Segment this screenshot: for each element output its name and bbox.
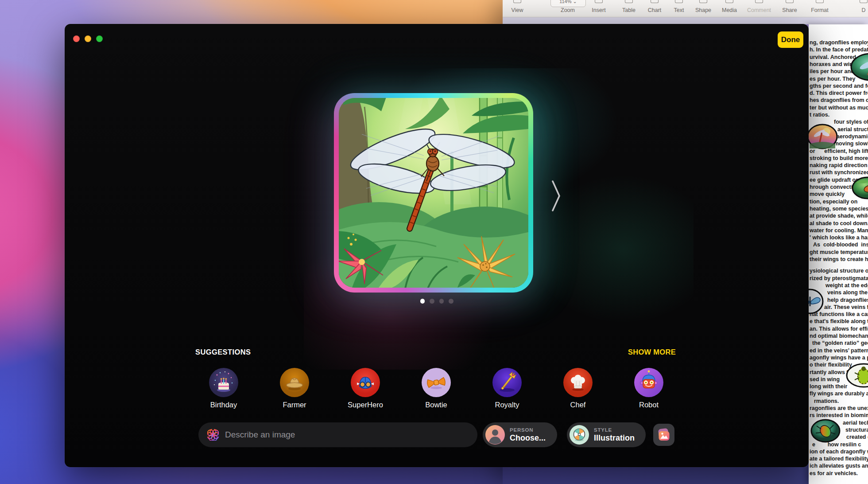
document-text-line: ysiological structure of th (810, 268, 868, 274)
view-icon (513, 0, 521, 3)
suggestion-label: SuperHero (348, 401, 383, 409)
document-text-line: rs interested in biomimeti (810, 412, 868, 418)
chef-hat-icon (563, 368, 593, 397)
fullscreen-button[interactable] (96, 35, 103, 42)
document-text-line: heating, some species als (810, 206, 868, 212)
toolbar-item-label: Table (622, 7, 636, 13)
document-text-line: nd optimal biomechanics (810, 333, 868, 339)
document-margin-strip (503, 17, 868, 24)
document-text-line: ich alleviates gusts and mi (810, 463, 868, 469)
document-text-line: es per hour. They (810, 76, 856, 82)
person-avatar-icon (485, 425, 505, 445)
text-icon (675, 0, 683, 3)
toolbar-item-label: D (861, 7, 865, 13)
toolbar-item-label: Format (811, 7, 829, 13)
chevron-right-icon (552, 180, 561, 212)
illustration-style-icon (570, 425, 589, 445)
document-text-line: their wings to create hea (810, 256, 868, 262)
document-text-line: water for cooling. Many no (810, 227, 868, 234)
suggestion-label: Farmer (283, 401, 306, 409)
document-text-line: gths per second and forw (810, 83, 868, 89)
carousel-dot-3[interactable] (439, 299, 444, 304)
toolbar-item-label: Shape (695, 7, 711, 13)
carousel-dot-4[interactable] (449, 299, 453, 304)
suggestion-superhero[interactable]: SuperHero (330, 368, 401, 409)
toolbar-item-label: Share (782, 7, 797, 13)
next-image-button[interactable] (552, 180, 561, 212)
suggestion-robot[interactable]: Robot (613, 368, 684, 409)
style-kicker: STYLE (594, 427, 635, 433)
suggestion-label: Robot (639, 401, 659, 409)
document-text-line: ate a tailored flexibility co (810, 456, 868, 462)
document-text-line: iles per hour and (810, 68, 854, 74)
suggestion-bowtie[interactable]: Bowtie (401, 368, 472, 409)
document-text-line: at provide shade, while ot (810, 213, 868, 219)
document-text-line: tion, especially on (810, 199, 857, 205)
doc-image-beetle-jungle (852, 176, 868, 199)
document-text-line: d. This direct power from (810, 90, 868, 96)
document-text-line: naking rapid direction cha (810, 162, 868, 168)
photos-picker-button[interactable] (653, 424, 674, 446)
document-text-line: es for air vehicles. (810, 470, 858, 476)
media-icon (725, 0, 733, 3)
document-text-line: rmations. (810, 398, 839, 404)
doc-image-rainbow-beetle (810, 419, 841, 443)
style-button[interactable]: STYLE Illustration (567, 422, 646, 447)
close-button[interactable] (73, 35, 80, 42)
document-text-line: fly wings are durably able (810, 390, 868, 397)
doc-image-green-beetle (846, 363, 868, 388)
farmer-hat-icon (280, 368, 309, 397)
toolbar-item-label: Media (722, 7, 737, 13)
document-text-line: hes dragonflies from othe (810, 97, 868, 103)
suggestion-farmer[interactable]: Farmer (259, 368, 330, 409)
birthday-cake-icon (209, 368, 238, 397)
document-text-line: agonfly wings have a prote (810, 355, 868, 361)
screen: ViewZoomInsertTableChartTextShapeMediaCo… (0, 0, 868, 484)
document-text-line: ion of each dragonfly wing (810, 449, 868, 455)
format-icon (816, 0, 824, 3)
carousel-dots (408, 299, 465, 304)
carousel-dot-2[interactable] (430, 299, 434, 304)
document-text-line: ee glide updraft or (810, 177, 858, 183)
document-text-line: rust with synchronized (810, 169, 868, 176)
insert-icon (595, 0, 603, 3)
person-value: Choose... (510, 433, 546, 443)
document-text-line: urvival. Anchored (810, 54, 856, 60)
photos-icon (657, 428, 670, 441)
toolbar-item-label: Text (674, 7, 684, 13)
person-kicker: PERSON (510, 427, 546, 433)
generated-image[interactable] (334, 93, 533, 293)
d-icon (860, 0, 868, 3)
suggestion-royalty[interactable]: Royalty (472, 368, 542, 409)
minimize-button[interactable] (85, 35, 91, 42)
document-text-line: As cold-blooded inse (810, 242, 868, 248)
document-text-line: weight at the edges (810, 282, 868, 289)
comment-icon (755, 0, 763, 3)
style-value: Illustration (594, 433, 635, 443)
document-text-line: ter but without as much (810, 105, 868, 111)
carousel-dot-1[interactable] (420, 299, 425, 304)
suggestion-label: Birthday (210, 401, 237, 409)
document-text-line: an. This allows for efficien (810, 326, 868, 332)
suggestion-label: Chef (570, 401, 586, 409)
bowtie-icon (422, 368, 451, 397)
document-text-line: h. In the face of predators (810, 47, 868, 53)
chart-icon (651, 0, 659, 3)
done-button[interactable]: Done (778, 31, 803, 48)
prompt-field-container (198, 422, 477, 447)
zoom-level-dropdown[interactable]: 114% ⌄ (550, 0, 586, 7)
superhero-mask-icon (351, 368, 380, 397)
toolbar-item-label: Insert (592, 7, 605, 13)
pages-document: ng, dragonflies employ mh. In the face o… (809, 24, 868, 484)
prompt-input[interactable] (224, 429, 477, 440)
suggestion-chef[interactable]: Chef (542, 368, 613, 409)
toolbar-item-label: Comment (747, 7, 771, 13)
dragonfly-jungle-illustration (339, 98, 528, 288)
document-text-line: long with their (810, 383, 847, 390)
person-button[interactable]: PERSON Choose... (483, 422, 557, 447)
document-text-line: ed in the veins’ pattern. (810, 347, 868, 354)
document-text-line: ' which looks like a hands (810, 234, 868, 241)
show-more-button[interactable]: SHOW MORE (628, 348, 676, 356)
suggestion-birthday[interactable]: Birthday (188, 368, 259, 409)
document-text-line: move quickly (810, 191, 845, 197)
